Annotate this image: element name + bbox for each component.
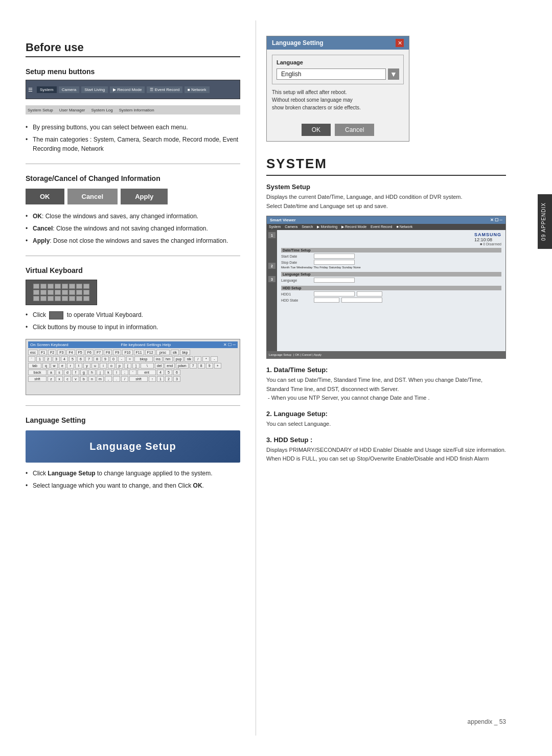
sv-status: ■ 0 Disarmed <box>474 242 501 246</box>
virtual-keyboard-mockup <box>26 280 97 305</box>
section-hdd-desc: Displays PRIMARY/SECONDARY of HDD Enable… <box>266 446 506 464</box>
bullet-lang-2: Select language which you want to change… <box>26 481 240 490</box>
menu-item-startliving: Start Living <box>81 86 108 93</box>
sv-content: SAMSUNG 12:10:08 ■ 0 Disarmed Date/Time … <box>277 230 505 354</box>
menu-bar-mockup: ☰ System Camera Start Living ▶ Record Mo… <box>26 80 240 99</box>
dialog-body: Language English ▼ This setup will affec… <box>267 50 409 121</box>
dialog-close-button[interactable]: ✕ <box>396 39 404 47</box>
left-column: Before use Setup menu buttons ☰ System C… <box>0 20 256 736</box>
section-hdd-title: 3. HDD Setup : <box>266 436 506 444</box>
bullet-click-vkbd: Click to operate Virtual Keyboard. <box>26 310 240 319</box>
cancel-button[interactable]: Cancel <box>67 189 118 204</box>
bullet-item: The main categories : System, Camera, Se… <box>26 135 240 153</box>
bullet-lang-1: Click Language Setup to change language … <box>26 469 240 478</box>
bullet-cancel: Cancel: Close the windows and not saving… <box>26 224 240 233</box>
section-hdd: 3. HDD Setup : Displays PRIMARY/SECONDAR… <box>266 436 506 464</box>
menu-item-network: ■ Network <box>185 86 209 93</box>
language-dialog: Language Setting ✕ Language English ▼ Th… <box>266 36 409 142</box>
page-footer: appendix _ 53 <box>468 718 506 725</box>
language-setting-bullets: Click Language Setup to change language … <box>26 469 240 490</box>
sv-number-2: 2 <box>268 263 275 269</box>
language-select-row: English ▼ <box>277 68 399 80</box>
menu-item-camera: Camera <box>59 86 79 93</box>
language-group-label: Language <box>277 59 399 65</box>
osk-mockup: On Screen Keyboard File keyboard Setting… <box>26 339 240 395</box>
smart-viewer-mockup: Smart Viewer ✕ ☐ ─ System Camera Search … <box>266 216 506 359</box>
menu-item-recordmode: ▶ Record Mode <box>110 86 145 93</box>
setup-menu-bullets: By pressing buttons, you can select betw… <box>26 123 240 153</box>
appendix-tab: 09 APPENDIX <box>538 194 552 249</box>
sv-datetime-section: Date/Time Setup Start Date Stop Date Mon… <box>281 248 501 269</box>
bullet-click-mouse: Click buttons by mouse to input in infor… <box>26 323 240 332</box>
section-datetime-title: 1. Data/Time Setup: <box>266 366 506 374</box>
section-datetime: 1. Data/Time Setup: You can set up Date/… <box>266 366 506 403</box>
virtual-keyboard-title: Virtual Keyboard <box>26 266 240 274</box>
sv-sidebar: 1 2 3 <box>267 230 277 354</box>
vkbd-bullets: Click to operate Virtual Keyboard. Click… <box>26 310 240 332</box>
right-column: Language Setting ✕ Language English ▼ Th… <box>256 20 532 736</box>
section-language-desc: You can select Language. <box>266 420 506 429</box>
sv-footer: Language Setup | OK | Cancel | Apply <box>267 351 505 358</box>
sv-titlebar: Smart Viewer ✕ ☐ ─ <box>267 216 505 224</box>
menu-sub-bar: System Setup User Manager System Log Sys… <box>26 105 240 114</box>
system-setup-title: System Setup <box>266 183 506 191</box>
bullet-apply: Apply: Dose not close the windows and sa… <box>26 236 240 245</box>
sv-number-1: 1 <box>268 232 275 238</box>
setup-menu-title: Setup menu buttons <box>26 67 240 76</box>
storage-cancel-buttons: OK Cancel Apply <box>26 189 240 204</box>
section-datetime-desc: You can set up Date/Time, Standard Time … <box>266 376 506 403</box>
menu-item-eventrecord: ☰ Event Record <box>147 86 182 93</box>
dialog-cancel-button[interactable]: Cancel <box>335 124 374 136</box>
language-setup-button[interactable]: Language Setup <box>26 430 240 463</box>
bullet-ok: OK: Close the windows and saves, any cha… <box>26 212 240 221</box>
dialog-ok-button[interactable]: OK <box>302 124 331 136</box>
ok-button[interactable]: OK <box>26 189 64 204</box>
apply-button[interactable]: Apply <box>121 189 168 204</box>
menu-item-system: System <box>37 86 57 93</box>
sv-menubar: System Camera Search ▶ Monitoring ▶ Reco… <box>267 224 505 230</box>
samsung-logo: SAMSUNG <box>474 232 501 237</box>
sv-number-3: 3 <box>268 276 275 282</box>
osk-titlebar: On Screen Keyboard File keyboard Setting… <box>28 341 238 348</box>
language-group-box: Language English ▼ <box>272 55 404 84</box>
system-title: SYSTEM <box>266 156 506 176</box>
sv-time: 12:10:08 <box>474 237 501 242</box>
section-language-title: 2. Language Setup: <box>266 410 506 418</box>
system-setup-desc: Displays the current Date/Time, Language… <box>266 193 506 211</box>
sv-language-section: Language Setup Language <box>281 272 501 283</box>
storage-cancel-bullets: OK: Close the windows and saves, any cha… <box>26 212 240 245</box>
bullet-item: By pressing buttons, you can select betw… <box>26 123 240 132</box>
before-use-title: Before use <box>26 41 240 57</box>
storage-cancel-title: Storage/Cancel of Changed Information <box>26 174 240 182</box>
language-note: This setup will affect after reboot. Wit… <box>272 88 404 111</box>
keyboard-icon <box>49 311 63 319</box>
dialog-title: Language Setting <box>272 39 324 47</box>
language-dropdown-button[interactable]: ▼ <box>388 68 399 80</box>
language-select-field[interactable]: English <box>277 68 386 80</box>
dialog-buttons: OK Cancel <box>267 121 409 141</box>
dialog-titlebar: Language Setting ✕ <box>267 36 409 50</box>
sv-hdd-section: HDD Setup HDD1 HDD State <box>281 286 501 303</box>
language-setting-title: Language Setting <box>26 416 240 424</box>
section-language: 2. Language Setup: You can select Langua… <box>266 410 506 429</box>
